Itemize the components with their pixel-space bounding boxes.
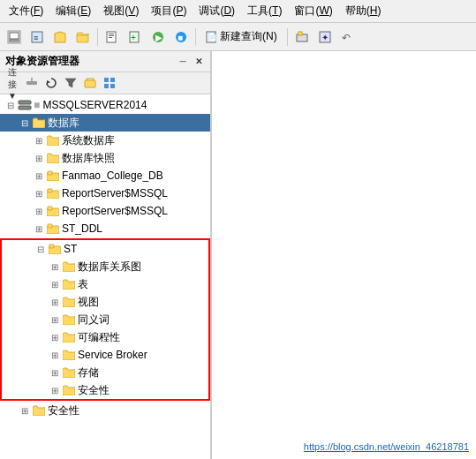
menu-debug[interactable]: 调试(D) (193, 2, 240, 20)
view-expand[interactable] (48, 295, 62, 309)
main-toolbar: ≡ + ▶ ■ 📄 新建查询(N) ✦ ↶ (0, 23, 476, 51)
toolbar-btn-11[interactable]: ↶ (337, 26, 359, 48)
synonym-label: 同义词 (78, 312, 110, 327)
toolbar-sep-3 (287, 28, 288, 46)
toolbar-btn-2[interactable]: ≡ (26, 26, 48, 48)
tree-st-ddl[interactable]: ST_DDL (0, 220, 210, 237)
svg-rect-41 (48, 224, 52, 228)
toolbar-btn-8[interactable]: ■ (170, 26, 192, 48)
menu-bar: 文件(F) 编辑(E) 视图(V) 项目(P) 调试(D) 工具(T) 窗口(W… (0, 0, 476, 23)
toolbar-btn-3[interactable] (49, 26, 71, 48)
rs2-icon (46, 205, 60, 217)
close-icon[interactable]: ✕ (193, 56, 205, 68)
svg-rect-6 (109, 34, 114, 34)
refresh2-icon[interactable] (81, 74, 99, 92)
filter-icon[interactable] (62, 74, 79, 92)
tree-system-db[interactable]: 系统数据库 (0, 132, 210, 149)
rs2-label: ReportServer$MSSQL (62, 203, 168, 219)
st-ddl-label: ST_DDL (62, 221, 102, 237)
object-explorer-panel: 对象资源管理器 ─ ✕ 连接▼ (0, 51, 212, 459)
tree-db-snapshot[interactable]: 数据库快照 (0, 149, 210, 167)
security-db-expand[interactable] (48, 383, 62, 397)
menu-project[interactable]: 项目(P) (146, 2, 192, 20)
toolbar-btn-9[interactable] (291, 26, 313, 48)
tree-reportserver1[interactable]: ReportServer$MSSQL (0, 184, 210, 202)
security-top-expand[interactable] (18, 403, 32, 418)
svg-text:+: + (131, 33, 136, 42)
tree-security-db[interactable]: 安全性 (2, 381, 208, 399)
panel-toolbar: 连接▼ (0, 72, 210, 94)
rs1-label: ReportServer$MSSQL (62, 185, 168, 201)
tree-security-top[interactable]: 安全性 (0, 402, 210, 419)
tree-databases[interactable]: 数据库 (0, 114, 210, 132)
fanmao-label: Fanmao_College_DB (62, 168, 163, 184)
toolbar-sep-2 (195, 28, 196, 46)
object-tree[interactable]: ■ MSSQLSERVER2014 数据库 系统数据库 (0, 94, 210, 459)
synonym-icon (62, 313, 76, 326)
server-expand-icon[interactable] (4, 98, 18, 112)
view-icon (62, 296, 76, 308)
prog-expand[interactable] (48, 330, 62, 344)
db-diagram-expand[interactable] (48, 260, 62, 274)
tree-fanmao[interactable]: Fanmao_College_DB (0, 167, 210, 184)
tree-view[interactable]: 视图 (2, 293, 208, 311)
new-query-label: 新建查询(N) (220, 29, 277, 44)
toolbar-btn-1[interactable] (4, 26, 25, 48)
st-expand[interactable] (34, 242, 48, 256)
connect-button[interactable]: 连接▼ (4, 74, 21, 92)
menu-file[interactable]: 文件(F) (4, 2, 49, 20)
toolbar-btn-5[interactable] (102, 26, 123, 48)
toolbar-btn-10[interactable]: ✦ (314, 26, 336, 48)
pin-icon[interactable]: ─ (177, 56, 189, 68)
menu-view[interactable]: 视图(V) (98, 2, 144, 20)
st-ddl-icon (46, 222, 60, 235)
main-layout: 对象资源管理器 ─ ✕ 连接▼ (0, 51, 476, 459)
right-panel: https://blog.csdn.net/weixin_46218781 (212, 51, 476, 459)
databases-expand-icon[interactable] (18, 116, 32, 130)
db-snapshot-expand[interactable] (32, 151, 46, 165)
svg-text:≡: ≡ (34, 34, 38, 42)
tree-reportserver2[interactable]: ReportServer$MSSQL (0, 202, 210, 220)
tree-table[interactable]: 表 (2, 275, 208, 293)
prog-icon (62, 331, 76, 343)
synonym-expand[interactable] (48, 312, 62, 327)
st-icon (48, 243, 62, 255)
options-icon[interactable] (101, 74, 118, 92)
svg-rect-25 (85, 80, 95, 87)
toolbar-btn-4[interactable] (72, 26, 94, 48)
sb-icon (62, 349, 76, 361)
toolbar-btn-6[interactable]: + (125, 26, 146, 48)
fanmao-expand[interactable] (32, 169, 46, 183)
db-snapshot-icon (46, 152, 60, 164)
tree-synonym[interactable]: 同义词 (2, 311, 208, 328)
storage-expand[interactable] (48, 365, 62, 380)
security-top-label: 安全性 (48, 403, 79, 418)
watermark-url[interactable]: https://blog.csdn.net/weixin_46218781 (304, 441, 469, 452)
svg-point-33 (27, 107, 29, 109)
system-db-icon (46, 134, 60, 147)
tree-storage[interactable]: 存储 (2, 364, 208, 381)
menu-help[interactable]: 帮助(H) (340, 2, 387, 20)
tree-st[interactable]: ST (2, 240, 208, 258)
menu-window[interactable]: 窗口(W) (289, 2, 337, 20)
st-label: ST (64, 241, 77, 257)
tree-service-broker[interactable]: Service Broker (2, 346, 208, 364)
rs1-expand[interactable] (32, 186, 46, 200)
system-db-expand[interactable] (32, 133, 46, 147)
fanmao-icon (46, 169, 60, 182)
security-db-label: 安全性 (78, 382, 110, 398)
sb-expand[interactable] (48, 348, 62, 362)
menu-edit[interactable]: 编辑(E) (50, 2, 96, 20)
table-expand[interactable] (48, 277, 62, 291)
toolbar-btn-7[interactable]: ▶ (147, 26, 169, 48)
refresh-icon[interactable] (42, 74, 60, 92)
disconnect-icon[interactable] (23, 74, 41, 92)
tree-programmability[interactable]: 可编程性 (2, 328, 208, 346)
rs2-expand[interactable] (32, 204, 46, 218)
menu-tools[interactable]: 工具(T) (242, 2, 287, 20)
tree-server-root[interactable]: ■ MSSQLSERVER2014 (0, 96, 210, 114)
storage-label: 存储 (78, 365, 99, 380)
tree-db-diagram[interactable]: 数据库关系图 (2, 258, 208, 275)
st-ddl-expand[interactable] (32, 222, 46, 236)
new-query-button[interactable]: 📄 新建查询(N) (200, 26, 283, 47)
